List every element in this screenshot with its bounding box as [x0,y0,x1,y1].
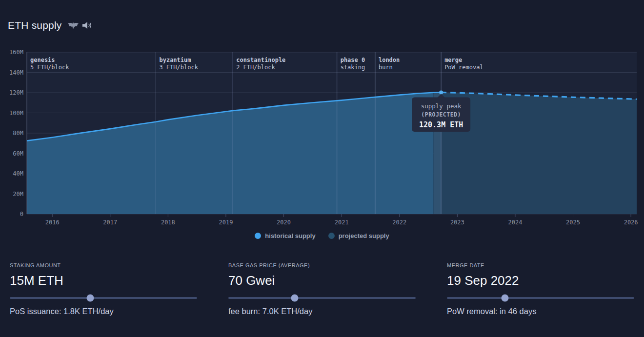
x-axis-tick-label: 2022 [392,219,406,226]
control-label: STAKING AMOUNT [10,262,197,268]
x-axis-tick-label: 2026 [624,219,638,226]
legend-item-historical[interactable]: historical supply [255,232,315,239]
event-label: london [379,57,400,63]
controls-row: STAKING AMOUNT 15M ETH PoS issuance: 1.8… [0,262,644,321]
event-sublabel: staking [341,64,365,71]
y-axis-tick-label: 80M [13,130,23,137]
slider-thumb[interactable] [502,295,509,302]
x-axis-tick-label: 2016 [45,219,60,226]
y-axis-tick-label: 60M [13,150,23,157]
legend-dot-historical [255,233,261,239]
y-axis-tick-label: 40M [13,170,23,177]
control-label: MERGE DATE [447,262,634,268]
page: ETH supply 160M140M120M100M80M60M40M20M0… [0,0,644,337]
x-axis-tick-label: 2024 [508,219,522,226]
legend-item-projected[interactable]: projected supply [328,232,389,239]
slider-track[interactable] [10,297,197,299]
staking-amount-slider[interactable] [10,294,197,302]
x-axis-tick-label: 2017 [103,219,117,226]
x-axis-tick-label: 2020 [277,219,291,226]
x-axis-tick-label: 2019 [219,219,233,226]
y-axis-tick-label: 120M [9,89,23,96]
peak-marker[interactable] [439,90,443,94]
x-axis-tick-label: 2023 [450,219,464,226]
legend-label-historical: historical supply [265,232,315,239]
control-subtext: fee burn: 7.0K ETH/day [228,307,416,316]
supply-chart[interactable]: 160M140M120M100M80M60M40M20M0genesis5 ET… [0,0,644,229]
event-label: phase 0 [341,57,365,63]
slider-thumb[interactable] [87,295,94,302]
event-sublabel: PoW removal [444,64,483,71]
slider-track[interactable] [228,297,416,299]
control-subtext: PoW removal: in 46 days [447,307,634,316]
x-axis-tick-label: 2025 [566,219,580,226]
x-axis-tick-label: 2021 [335,219,349,226]
tooltip-value: 120.3M ETH [419,120,463,129]
slider-track[interactable] [447,297,634,299]
tooltip-line1: supply peak [421,102,462,110]
y-axis-tick-label: 20M [13,191,23,198]
y-axis-tick-label: 140M [9,69,23,76]
merge-date-control: MERGE DATE 19 Sep 2022 PoW removal: in 4… [447,262,634,316]
event-sublabel: 3 ETH/block [159,64,198,71]
event-sublabel: 2 ETH/block [236,64,275,71]
base-gas-price-slider[interactable] [228,294,416,302]
x-axis-tick-label: 2018 [161,219,175,226]
tooltip-line2: (PROJECTED) [421,111,461,118]
legend-dot-projected [328,233,335,239]
event-label: constantinople [236,57,285,63]
y-axis-tick-label: 0 [20,211,23,218]
y-axis-tick-label: 100M [9,110,23,117]
control-subtext: PoS issuance: 1.8K ETH/day [10,307,197,316]
control-label: BASE GAS PRICE (AVERAGE) [228,262,416,268]
staking-amount-control: STAKING AMOUNT 15M ETH PoS issuance: 1.8… [10,262,197,316]
control-value: 15M ETH [10,273,197,288]
event-label: genesis [30,57,55,63]
legend-label-projected: projected supply [339,232,389,239]
y-axis-tick-label: 160M [9,49,23,56]
event-label: byzantium [159,57,191,63]
slider-thumb[interactable] [291,295,299,302]
chart-legend: historical supply projected supply [0,232,644,239]
merge-date-slider[interactable] [447,294,634,302]
control-value: 70 Gwei [228,273,416,288]
control-value: 19 Sep 2022 [447,273,634,288]
base-gas-price-control: BASE GAS PRICE (AVERAGE) 70 Gwei fee bur… [228,262,416,316]
event-sublabel: burn [379,64,393,71]
event-label: merge [444,57,462,63]
event-sublabel: 5 ETH/block [30,64,69,71]
